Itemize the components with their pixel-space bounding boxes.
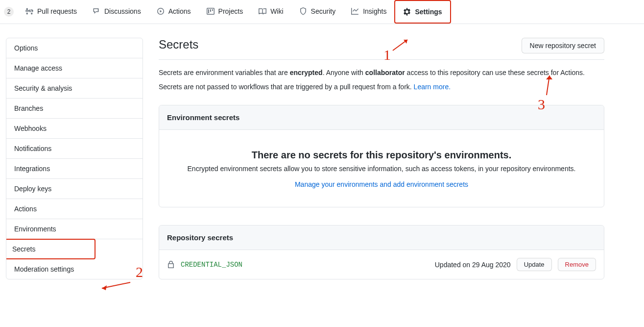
- sidebar-item-actions[interactable]: Actions: [6, 199, 143, 219]
- lock-icon: [167, 261, 175, 269]
- main-content: Secrets New repository secret Secrets ar…: [159, 38, 604, 297]
- sidebar-item-branches[interactable]: Branches: [6, 99, 143, 119]
- tab-discussions[interactable]: Discussions: [85, 0, 149, 23]
- tab-security[interactable]: Security: [291, 0, 344, 23]
- page-title: Secrets: [159, 38, 198, 51]
- tab-label: Security: [311, 7, 336, 15]
- sidebar-item-security-analysis[interactable]: Security & analysis: [6, 78, 143, 99]
- sidebar-item-notifications[interactable]: Notifications: [6, 139, 143, 159]
- secret-row: CREDENTIAL_JSON Updated on 29 Aug 2020 U…: [159, 250, 604, 279]
- sidebar-item-environments[interactable]: Environments: [6, 219, 143, 239]
- repo-tabs: 2 Pull requests Discussions Actions Proj…: [0, 0, 644, 24]
- description-1: Secrets are environment variables that a…: [159, 68, 604, 78]
- tab-label: Pull requests: [37, 7, 77, 15]
- env-empty-title: There are no secrets for this repository…: [175, 150, 588, 161]
- new-repository-secret-button[interactable]: New repository secret: [522, 38, 604, 53]
- sidebar-item-deploy-keys[interactable]: Deploy keys: [6, 179, 143, 199]
- sidebar-item-integrations[interactable]: Integrations: [6, 159, 143, 179]
- play-icon: [157, 7, 165, 15]
- settings-sidebar: Options Manage access Security & analysi…: [6, 38, 143, 297]
- tab-insights[interactable]: Insights: [343, 0, 394, 23]
- tab-label: Settings: [415, 8, 442, 16]
- book-icon: [259, 7, 266, 15]
- graph-icon: [351, 7, 359, 15]
- repository-secrets-box: Repository secrets CREDENTIAL_JSON Updat…: [159, 225, 604, 279]
- gear-icon: [403, 8, 411, 16]
- tab-projects[interactable]: Projects: [199, 0, 251, 23]
- tab-label: Insights: [363, 7, 386, 15]
- tab-actions[interactable]: Actions: [149, 0, 199, 23]
- comment-icon: [93, 7, 100, 15]
- sidebar-item-secrets[interactable]: Secrets: [6, 239, 95, 259]
- env-empty-text: Encrypted environment secrets allow you …: [175, 165, 588, 173]
- project-icon: [207, 7, 215, 15]
- pullrequest-icon: [25, 7, 33, 15]
- description-2: Secrets are not passed to workflows that…: [159, 82, 604, 92]
- secret-name: CREDENTIAL_JSON: [181, 261, 242, 269]
- remove-secret-button[interactable]: Remove: [558, 258, 596, 271]
- tab-label: Actions: [168, 7, 191, 15]
- learn-more-link[interactable]: Learn more.: [414, 83, 451, 91]
- env-secrets-header: Environment secrets: [159, 105, 604, 130]
- environment-secrets-box: Environment secrets There are no secrets…: [159, 105, 604, 207]
- sidebar-item-options[interactable]: Options: [6, 38, 143, 58]
- issues-counter: 2: [4, 7, 14, 17]
- tab-pull-requests[interactable]: Pull requests: [18, 0, 85, 23]
- sidebar-item-moderation[interactable]: Moderation settings: [6, 259, 143, 279]
- shield-icon: [299, 7, 307, 15]
- sidebar-item-manage-access[interactable]: Manage access: [6, 58, 143, 78]
- tab-settings[interactable]: Settings: [394, 0, 451, 24]
- tab-wiki[interactable]: Wiki: [251, 0, 291, 23]
- update-secret-button[interactable]: Update: [517, 258, 552, 271]
- sidebar-item-webhooks[interactable]: Webhooks: [6, 119, 143, 139]
- tab-label: Discussions: [104, 7, 141, 15]
- repo-secrets-header: Repository secrets: [159, 226, 604, 250]
- manage-environments-link[interactable]: Manage your environments and add environ…: [295, 180, 468, 188]
- tab-label: Wiki: [270, 7, 283, 15]
- tab-label: Projects: [218, 7, 243, 15]
- secret-updated: Updated on 29 Aug 2020: [435, 261, 511, 269]
